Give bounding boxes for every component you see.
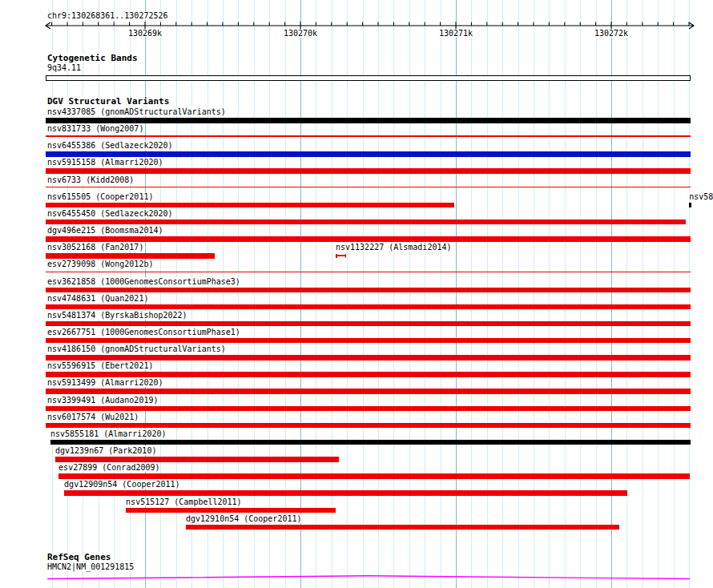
variant-bar-dgv1239n67[interactable] xyxy=(55,457,339,462)
variant-bar-nsv6017574[interactable] xyxy=(46,423,691,429)
variant-label-nsv6455386[interactable]: nsv6455386 (Sedlazeck2020) xyxy=(47,141,173,150)
genome-browser-view: chr9:130268361..130272526 130269k130270k… xyxy=(0,0,713,588)
variant-label-nsv615505[interactable]: nsv615505 (Cooper2011) xyxy=(47,192,153,201)
gridline-minor xyxy=(596,0,597,588)
variant-bar-nsv3052168[interactable] xyxy=(46,253,215,259)
gridline-minor xyxy=(674,0,675,588)
refseq-gene-label: HMCN2|NM_001291815 xyxy=(47,562,134,571)
cytogenetic-section-title: Cytogenetic Bands xyxy=(47,54,138,63)
variant-label-esv2739098[interactable]: esv2739098 (Wong2012b) xyxy=(47,260,153,268)
gridline-minor xyxy=(626,0,627,588)
variant-bar-dgv12909n54[interactable] xyxy=(64,490,627,496)
ruler-tick-label: 130270k xyxy=(283,29,318,38)
variant-bar-esv2667751[interactable] xyxy=(46,338,691,344)
gridline-minor xyxy=(363,0,364,588)
variant-label-nsv5915158[interactable]: nsv5915158 (Almarri2020) xyxy=(47,158,163,167)
gridline-minor xyxy=(565,0,566,588)
gridline-minor xyxy=(409,0,410,588)
gridline-minor xyxy=(254,0,255,588)
variant-label-esv3621858[interactable]: esv3621858 (1000GenomesConsortiumPhase3) xyxy=(47,277,240,286)
variant-label-dgv496e215[interactable]: dgv496e215 (Boomsma2014) xyxy=(47,226,163,235)
variant-label-nsv3399491[interactable]: nsv3399491 (Audano2019) xyxy=(47,396,158,405)
variant-bar-nsv4337085[interactable] xyxy=(46,118,691,123)
ruler-tick-label: 130272k xyxy=(594,29,629,38)
variant-label-nsv58[interactable]: nsv58 xyxy=(689,192,713,201)
variant-label-esv27899[interactable]: esv27899 (Conrad2009) xyxy=(58,463,159,472)
refseq-gene-model[interactable] xyxy=(0,571,713,584)
gridline-minor xyxy=(316,0,316,588)
gridline-minor xyxy=(487,0,488,588)
refseq-section-title: RefSeq Genes xyxy=(47,553,111,562)
variant-bar-nsv5481374[interactable] xyxy=(46,321,691,327)
variant-bar-nsv831733[interactable] xyxy=(46,135,691,137)
gridline-minor xyxy=(518,0,519,588)
gridline-minor xyxy=(378,0,379,588)
variant-bar-nsv6455450[interactable] xyxy=(46,219,686,225)
variant-label-dgv12910n54[interactable]: dgv12910n54 (Cooper2011) xyxy=(186,514,302,523)
variant-label-nsv3052168[interactable]: nsv3052168 (Fan2017) xyxy=(47,243,143,252)
variant-bar-nsv515127[interactable] xyxy=(126,508,336,513)
variant-label-nsv5596915[interactable]: nsv5596915 (Ebert2021) xyxy=(47,361,153,370)
ruler-tick-label: 130271k xyxy=(438,29,473,38)
variant-bar-dgv12910n54[interactable] xyxy=(186,525,619,530)
gridline-minor xyxy=(285,0,286,588)
gridline-minor xyxy=(425,0,425,588)
gridline-minor xyxy=(658,0,659,588)
gridline-major xyxy=(611,0,612,588)
variant-label-nsv6017574[interactable]: nsv6017574 (Wu2021) xyxy=(47,413,139,421)
gridline-minor xyxy=(441,0,441,588)
gridline-minor xyxy=(347,0,348,588)
gridline-minor xyxy=(549,0,550,588)
ruler-line xyxy=(46,22,694,29)
gridline-minor xyxy=(502,0,503,588)
variant-bar-nsv5596915[interactable] xyxy=(46,372,691,377)
variant-bar-nsv3399491[interactable] xyxy=(46,406,691,412)
variant-label-dgv12909n54[interactable]: dgv12909n54 (Cooper2011) xyxy=(64,480,180,489)
variant-label-nsv6455450[interactable]: nsv6455450 (Sedlazeck2020) xyxy=(47,209,173,218)
variant-bar-esv3621858[interactable] xyxy=(46,288,691,293)
variant-bar-dgv496e215[interactable] xyxy=(46,236,691,242)
variant-label-nsv515127[interactable]: nsv515127 (Campbell2011) xyxy=(126,497,242,506)
variant-bar-nsv615505[interactable] xyxy=(46,203,454,208)
gridline-minor xyxy=(332,0,332,588)
gridline-minor xyxy=(471,0,472,588)
variant-bar-nsv5913499[interactable] xyxy=(46,389,691,394)
gridline-minor xyxy=(580,0,581,588)
cytoband[interactable] xyxy=(46,75,691,81)
variant-label-nsv5913499[interactable]: nsv5913499 (Almarri2020) xyxy=(47,378,163,387)
variant-label-esv2667751[interactable]: esv2667751 (1000GenomesConsortiumPhase1) xyxy=(47,328,240,336)
variant-label-nsv4186150[interactable]: nsv4186150 (gnomADStructuralVariants) xyxy=(47,344,226,353)
variant-bar-esv27899[interactable] xyxy=(58,473,690,479)
variant-label-nsv5481374[interactable]: nsv5481374 (ByrskaBishop2022) xyxy=(47,311,187,320)
gridline-minor xyxy=(269,0,270,588)
variant-bar-nsv4186150[interactable] xyxy=(46,355,691,360)
dgv-section-title: DGV Structural Variants xyxy=(47,97,169,107)
gridline-minor xyxy=(393,0,394,588)
variant-bar-nsv6455386[interactable] xyxy=(46,151,691,157)
variant-bar-nsv1132227[interactable] xyxy=(336,255,346,256)
variant-label-nsv4748631[interactable]: nsv4748631 (Quan2021) xyxy=(47,294,148,303)
region-title: chr9:130268361..130272526 xyxy=(47,11,168,20)
cytoband-label: 9q34.11 xyxy=(47,63,81,72)
variant-bar-nsv6733[interactable] xyxy=(46,187,691,188)
variant-label-dgv1239n67[interactable]: dgv1239n67 (Park2010) xyxy=(55,446,156,455)
gene-model-line[interactable] xyxy=(47,576,690,579)
variant-bar-nsv5915158[interactable] xyxy=(46,168,691,174)
variant-bar-nsv4748631[interactable] xyxy=(46,304,691,310)
variant-bar-esv2739098[interactable] xyxy=(46,272,691,273)
gridline-minor xyxy=(689,0,690,588)
variant-label-nsv5855181[interactable]: nsv5855181 (Almarri2020) xyxy=(50,429,167,438)
gridline-minor xyxy=(534,0,534,588)
ruler-tick-label: 130269k xyxy=(127,29,163,38)
variant-label-nsv4337085[interactable]: nsv4337085 (gnomADStructuralVariants) xyxy=(47,107,226,116)
variant-label-nsv6733[interactable]: nsv6733 (Kidd2008) xyxy=(47,175,134,184)
gridline-major xyxy=(300,0,301,588)
variant-label-nsv831733[interactable]: nsv831733 (Wong2007) xyxy=(47,124,143,133)
gridline-minor xyxy=(643,0,643,588)
gridline-major xyxy=(456,0,457,588)
variant-bar-nsv58[interactable] xyxy=(689,203,691,208)
variant-bar-nsv5855181[interactable] xyxy=(50,440,691,445)
variant-label-nsv1132227[interactable]: nsv1132227 (Alsmadi2014) xyxy=(336,243,452,252)
